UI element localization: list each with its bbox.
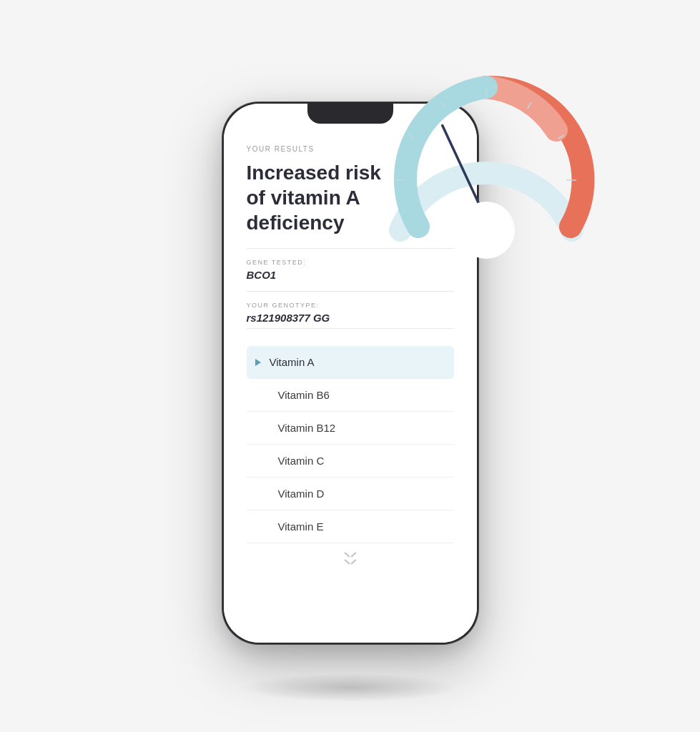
- vitamin-item-label: Vitamin E: [278, 520, 324, 533]
- vitamin-list-item[interactable]: Vitamin D: [247, 478, 454, 510]
- play-icon: [255, 359, 261, 366]
- vitamin-list: Vitamin AVitamin B6Vitamin B12Vitamin CV…: [247, 346, 454, 543]
- vitamin-list-item[interactable]: Vitamin B12: [247, 412, 454, 445]
- vitamin-list-item[interactable]: Vitamin E: [247, 510, 454, 543]
- vitamin-list-item[interactable]: Vitamin C: [247, 445, 454, 478]
- vitamin-list-item[interactable]: Vitamin A: [247, 346, 454, 379]
- genotype-label: YOUR GENOTYPE:: [247, 302, 454, 309]
- vitamin-item-label: Vitamin B6: [278, 389, 330, 401]
- scene: YOUR RESULTS Increased risk of vitamin A…: [164, 44, 536, 688]
- chevron-1: [344, 552, 357, 559]
- vitamin-item-label: Vitamin D: [278, 488, 325, 500]
- vitamin-item-label: Vitamin B12: [278, 422, 336, 434]
- phone-shadow: [243, 673, 458, 702]
- gauge-container: [379, 73, 593, 287]
- divider-3: [247, 328, 454, 329]
- vitamin-item-label: Vitamin C: [278, 455, 325, 467]
- vitamin-item-label: Vitamin A: [270, 356, 315, 368]
- genotype-value: rs121908377 GG: [247, 312, 454, 324]
- svg-point-10: [458, 202, 515, 259]
- scroll-chevrons: [344, 552, 357, 566]
- scroll-indicator: [247, 543, 454, 572]
- divider-2: [247, 291, 454, 292]
- chevron-2: [344, 559, 357, 566]
- vitamin-list-item[interactable]: Vitamin B6: [247, 379, 454, 412]
